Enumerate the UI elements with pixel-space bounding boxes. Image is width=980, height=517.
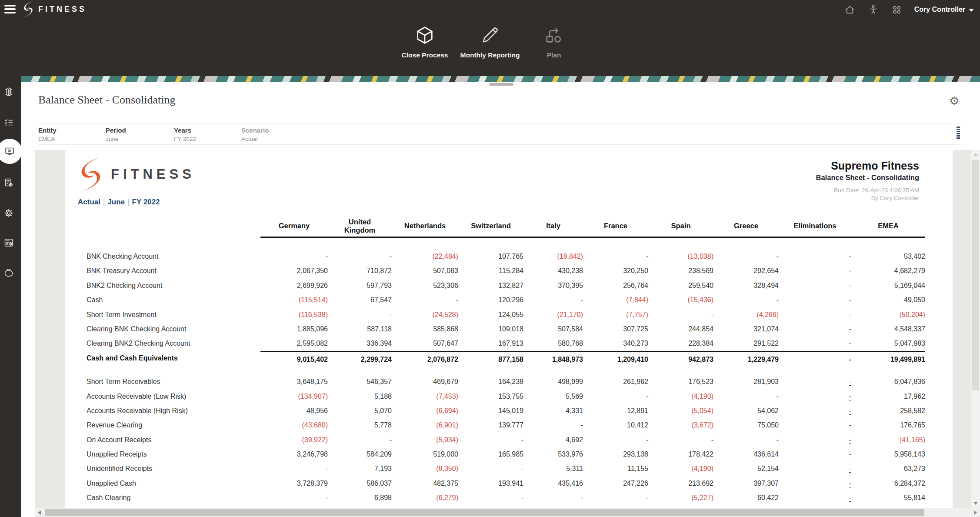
column-header: Italy	[523, 215, 583, 238]
report-pov-line: Actual|June|FY 2022	[78, 198, 160, 207]
table-cell: 507,063	[392, 264, 458, 278]
panel-drag-handle[interactable]	[489, 83, 513, 86]
table-cell: 259,540	[648, 278, 713, 293]
table-cell: 6,898	[328, 490, 392, 505]
report-brand-name: FITNESS	[111, 167, 195, 182]
table-cell: 176,523	[648, 374, 713, 389]
table-cell: 430,238	[523, 264, 583, 278]
row-label: Unapplied Receipts	[87, 447, 260, 461]
pov-period[interactable]: Period June	[106, 123, 174, 144]
sidebar-item-tasks[interactable]	[0, 110, 21, 135]
table-cell: (18,842)	[523, 249, 583, 264]
table-cell: 10,412	[583, 418, 648, 432]
table-cell: -	[779, 374, 851, 389]
scroll-left-arrow-icon[interactable]	[35, 508, 44, 517]
sidebar-item-currency[interactable]	[0, 260, 21, 285]
table-cell: -	[648, 307, 713, 322]
hamburger-menu-icon[interactable]	[4, 5, 16, 13]
table-cell: 258,582	[851, 404, 925, 418]
table-cell: -	[779, 433, 851, 447]
table-cell: -	[779, 351, 851, 365]
table-cell: 247,226	[583, 476, 648, 490]
table-cell: 370,395	[523, 278, 583, 293]
table-cell: 115,284	[458, 264, 523, 278]
sidebar-item-report-documents[interactable]	[0, 230, 21, 255]
pov-years[interactable]: Years FY 2022	[174, 123, 241, 144]
table-cell: 336,394	[328, 336, 392, 350]
sidebar-item-settings[interactable]	[0, 201, 21, 225]
sidebar-item-rules[interactable]	[0, 170, 21, 195]
table-cell: (5,054)	[648, 404, 713, 418]
table-row: Short Term Receivables3,648,175546,35746…	[87, 374, 925, 389]
pov-entity[interactable]: Entity EMEA	[38, 123, 106, 144]
table-cell: 291,522	[713, 336, 779, 350]
scroll-right-arrow-icon[interactable]	[971, 508, 980, 517]
receivables-section: Short Term Receivables3,648,175546,35746…	[87, 374, 925, 505]
table-cell: 6,284,372	[851, 476, 925, 490]
company-name: Supremo Fitness	[816, 160, 919, 172]
table-cell: -	[779, 278, 851, 293]
table-cell: 213,692	[648, 476, 713, 490]
table-cell: 19,499,891	[851, 351, 925, 365]
table-cell: 54,062	[713, 404, 779, 418]
vertical-scrollbar-thumb[interactable]	[972, 160, 979, 390]
table-cell: 228,384	[648, 336, 713, 350]
vertical-scrollbar[interactable]	[971, 150, 980, 508]
row-label-header	[87, 215, 260, 238]
table-cell: 435,416	[523, 476, 583, 490]
table-cell: 4,682,279	[851, 264, 925, 278]
table-cell: -	[523, 293, 583, 307]
row-label: Accounts Receivable (High Risk)	[87, 404, 260, 418]
kebab-menu-icon[interactable]	[957, 127, 960, 140]
horizontal-scrollbar-thumb[interactable]	[45, 509, 924, 516]
table-cell: -	[583, 389, 648, 404]
balance-sheet-table: GermanyUnited KingdomNetherlandsSwitzerl…	[87, 215, 925, 505]
column-header: United Kingdom	[328, 215, 392, 238]
table-cell: 53,402	[851, 249, 925, 264]
column-header: Germany	[260, 215, 328, 238]
table-cell: 580,768	[523, 336, 583, 350]
table-cell: (39,922)	[260, 433, 328, 447]
table-cell: 2,699,926	[260, 278, 328, 293]
table-cell: (7,453)	[392, 389, 458, 404]
table-cell: -	[523, 418, 583, 432]
table-row: BNK Checking Account--(22,484)107,765(18…	[87, 249, 925, 264]
table-row: Unapplied Cash3,728,379586,037482,375193…	[87, 476, 925, 490]
user-menu[interactable]: Cory Controller	[914, 6, 974, 13]
horizontal-scrollbar[interactable]	[35, 508, 980, 517]
row-label: Unapplied Cash	[87, 476, 260, 490]
scroll-down-arrow-icon[interactable]	[971, 499, 980, 508]
apps-grid-icon[interactable]	[891, 3, 903, 16]
table-cell: 153,755	[458, 389, 523, 404]
scroll-up-arrow-icon[interactable]	[971, 150, 980, 159]
table-cell: 145,019	[458, 404, 523, 418]
table-cell: -	[779, 249, 851, 264]
table-cell: 710,872	[328, 264, 392, 278]
table-cell: 67,547	[328, 293, 392, 307]
accessibility-icon[interactable]	[867, 3, 880, 16]
table-cell: -	[779, 447, 851, 461]
table-cell: 482,375	[392, 476, 458, 490]
table-header-row: GermanyUnited KingdomNetherlandsSwitzerl…	[87, 215, 925, 238]
nav-plan[interactable]: Plan	[502, 25, 606, 59]
table-row: Cash(115,514)67,547-120,296-(7,844)(15,4…	[87, 293, 925, 307]
table-cell: -	[779, 264, 851, 278]
table-cell: 48,956	[260, 404, 328, 418]
checklist-icon	[3, 117, 14, 128]
report-settings-gear-icon[interactable]: ⚙	[948, 94, 961, 107]
home-icon[interactable]	[844, 3, 856, 16]
report-page: FITNESS Actual|June|FY 2022 Supremo Fitn…	[65, 150, 953, 508]
table-cell: 523,306	[392, 278, 458, 293]
sidebar-item-reports-player[interactable]	[0, 139, 21, 163]
table-cell: 5,311	[523, 461, 583, 476]
row-label: Revenue Clearing	[87, 418, 260, 432]
table-cell: -	[458, 433, 523, 447]
table-cell: 109,018	[458, 322, 523, 336]
column-header: Eliminations	[779, 215, 851, 238]
column-header: Netherlands	[392, 215, 458, 238]
fitness-swoosh-icon	[77, 156, 105, 193]
row-label: BNK Checking Account	[87, 249, 260, 264]
sidebar-item-approvals[interactable]	[0, 80, 21, 104]
table-cell: -	[779, 389, 851, 404]
table-cell: -	[260, 490, 328, 505]
